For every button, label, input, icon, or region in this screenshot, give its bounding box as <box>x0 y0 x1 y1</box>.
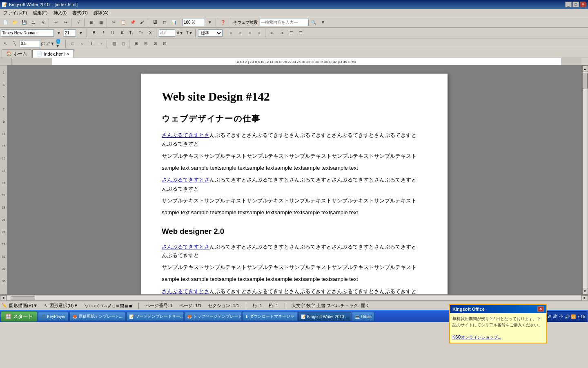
3d-button[interactable]: ◻ <box>119 39 128 48</box>
menu-table[interactable]: 罫線(A) <box>91 9 111 16</box>
menu-format[interactable]: 書式(O) <box>70 9 90 16</box>
zoom-dropdown[interactable]: ▼ <box>205 18 214 27</box>
taskbar-keyplayer[interactable]: 🎵 KeyPlayer <box>38 312 69 321</box>
document-area[interactable]: Web site Design #142 ウェブデザイナーの仕事 さんぷるてきす… <box>7 65 581 294</box>
zoom-input[interactable] <box>183 19 205 26</box>
table-btn4[interactable]: ⊠ <box>151 39 160 48</box>
font-size-input[interactable] <box>64 29 76 37</box>
doc-link-4[interactable]: さんぷるてきすとさ <box>162 177 209 183</box>
align-right-button[interactable]: ≡ <box>245 29 254 38</box>
chart-button[interactable]: 📊 <box>169 18 178 27</box>
sqrt-button[interactable]: √ <box>74 18 83 27</box>
strikethrough-button[interactable]: S <box>118 29 127 38</box>
print-button[interactable]: 🖨 <box>38 18 47 27</box>
superscript-button[interactable]: T↑ <box>136 29 145 38</box>
numbering-button[interactable]: ☰ <box>296 29 305 38</box>
vertical-scrollbar[interactable]: ▲ ▼ <box>581 65 588 294</box>
menu-file[interactable]: ファイル(F) <box>1 9 29 16</box>
tab-index-html[interactable]: 📄 index.html ✕ <box>32 49 74 58</box>
draw-tool-11[interactable]: 🖼 <box>120 304 124 308</box>
draw-tool-1[interactable]: ╲ <box>85 304 87 308</box>
style-select[interactable]: 標準 <box>198 29 223 37</box>
table-btn5[interactable]: ⊡ <box>160 39 169 48</box>
s2-doc-link-1[interactable]: さんぷるてきすとさ <box>162 244 209 250</box>
oval-button[interactable]: ○ <box>78 39 87 48</box>
fill-color-btn[interactable]: 🪣▼ <box>55 39 64 48</box>
underline-button[interactable]: U <box>108 29 117 38</box>
paste-button[interactable]: 📌 <box>128 18 137 27</box>
draw-tool-13[interactable]: ◼ <box>129 304 132 308</box>
draw-tool-8[interactable]: 🖊 <box>108 304 111 308</box>
start-button[interactable]: 🪟 スタート <box>1 311 37 322</box>
search-dropdown[interactable]: ▼ <box>318 18 327 27</box>
table-insert-button[interactable]: ⊞ <box>87 18 96 27</box>
scroll-up-button[interactable]: ▲ <box>582 65 588 72</box>
highlight-btn[interactable]: A▼ <box>176 29 185 38</box>
minimize-button[interactable]: _ <box>565 2 572 7</box>
draw-mode-btn[interactable]: ✏️ 図形描画(R)▼ <box>2 303 38 309</box>
redo-button[interactable]: ↪ <box>61 18 70 27</box>
open-button[interactable]: 📁 <box>10 18 19 27</box>
window-controls[interactable]: _ □ ✕ <box>565 2 586 7</box>
popup-close-button[interactable]: ✕ <box>537 306 544 312</box>
tray-end[interactable]: 終 <box>553 314 557 319</box>
subscript-button[interactable]: T↓ <box>127 29 136 38</box>
scroll-left-button[interactable]: ◄ <box>0 295 7 301</box>
object-button[interactable]: ◻ <box>160 18 169 27</box>
picture-button[interactable]: 🖼 <box>151 18 160 27</box>
highlight-input[interactable] <box>159 29 175 37</box>
draw-tool-7[interactable]: A <box>105 304 107 308</box>
indent-increase[interactable]: ⇥ <box>277 29 286 38</box>
align-left-button[interactable]: ≡ <box>227 29 236 38</box>
draw-tool-9[interactable]: ◻ <box>112 304 115 308</box>
scroll-right-button[interactable]: ► <box>581 295 588 301</box>
taskbar-template1[interactable]: 🦊 原稿用紙テンプレート... <box>69 312 125 321</box>
close-button[interactable]: ✕ <box>580 2 586 7</box>
tray-icons[interactable]: 🔊 📶 <box>565 314 576 319</box>
maximize-button[interactable]: □ <box>572 2 579 7</box>
format-painter[interactable]: 🖌 <box>138 18 147 27</box>
draw-tool-12[interactable]: ▦ <box>125 304 128 308</box>
draw-tool-2[interactable]: □ <box>87 304 89 308</box>
align-center-button[interactable]: ≡ <box>236 29 245 38</box>
italic-button[interactable]: I <box>99 29 108 38</box>
popup-link[interactable]: KSOオンラインショップ... <box>452 335 501 339</box>
search-go-button[interactable]: 🔍 <box>309 18 318 27</box>
line-color-btn[interactable]: 🖊▼ <box>46 39 55 48</box>
cut-button[interactable]: ✂ <box>109 18 118 27</box>
align-justify-button[interactable]: ≡ <box>255 29 264 38</box>
undo-button[interactable]: ↩ <box>51 18 60 27</box>
taskbar-template3[interactable]: 🦊 トップページテンプレート... <box>184 312 241 321</box>
table-btn2[interactable]: ⊞ <box>132 39 141 48</box>
columns-button[interactable]: ▦ <box>96 18 105 27</box>
draw-tool-3[interactable]: ○ <box>91 304 93 308</box>
help-button[interactable]: ❓ <box>218 18 227 27</box>
draw-tool-10[interactable]: ⊞ <box>116 304 119 308</box>
copy-button[interactable]: 📋 <box>119 18 128 27</box>
new-button[interactable]: 📄 <box>1 18 10 27</box>
taskbar-writer[interactable]: 📝 Kingsoft Writer 2010 ... <box>298 312 352 321</box>
save-button[interactable]: 💾 <box>20 18 29 27</box>
taskbar-template2[interactable]: 📝 ワードテンプレートサー... <box>126 312 183 321</box>
horizontal-scrollbar[interactable]: ◄ ► <box>0 294 588 301</box>
tab-home[interactable]: 🏠 ホーム <box>2 49 31 58</box>
arrow-button[interactable]: → <box>96 39 105 48</box>
fontsize-dropdown[interactable]: ▼ <box>76 29 85 38</box>
font-dropdown[interactable]: ▼ <box>54 29 63 38</box>
save-all-button[interactable]: 🗂 <box>29 18 38 27</box>
draw-tool-5[interactable]: ⬡ <box>97 304 100 308</box>
strikethrough2-button[interactable]: X <box>146 29 155 38</box>
bullets-button[interactable]: ☰ <box>287 29 296 38</box>
scroll-down-button[interactable]: ▼ <box>582 288 588 294</box>
tray-small[interactable]: 小 <box>559 314 563 319</box>
rect-button[interactable]: □ <box>68 39 77 48</box>
tab-close-icon[interactable]: ✕ <box>66 52 69 56</box>
textbox-button[interactable]: T <box>87 39 96 48</box>
line-width-input[interactable] <box>20 40 40 47</box>
scroll-h-thumb[interactable] <box>11 296 35 301</box>
search-input[interactable] <box>260 19 309 26</box>
draw-tool-4[interactable]: ◁ <box>94 304 96 308</box>
shadow-button[interactable]: ▧ <box>109 39 118 48</box>
menu-edit[interactable]: 編集(E) <box>30 9 50 16</box>
draw-select-button[interactable]: ↖ <box>1 39 10 48</box>
